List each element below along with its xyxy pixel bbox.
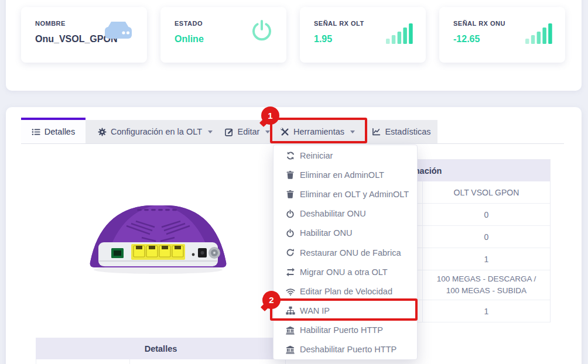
bank-icon (285, 345, 295, 354)
menu-item-wan-ip[interactable]: WAN IP (274, 301, 417, 321)
menu-item-label: Reiniciar (300, 151, 333, 160)
detalles-table: Detalles (36, 338, 286, 364)
menu-item-habilitar-onu[interactable]: Habilitar ONU (274, 224, 417, 243)
menu-item-label: Migrar ONU a otra OLT (300, 267, 388, 277)
tab-estadisticas[interactable]: Estadísticas (365, 120, 437, 143)
onu-device-image (81, 173, 235, 287)
menu-item-label: WAN IP (300, 306, 330, 315)
table-cell-value: 1 (423, 248, 550, 270)
menu-item-deshabilitar-onu[interactable]: Deshabilitar ONU (274, 204, 417, 224)
wifi-icon (285, 287, 295, 296)
stat-label: NOMBRE (35, 20, 66, 27)
stat-card-nombre: NOMBRE Onu_VSOL_GPON (21, 7, 147, 63)
menu-item-label: Deshabilitar Puerto HTTP (300, 345, 396, 354)
bank-icon (285, 326, 295, 335)
menu-item-editar-plan-de-velocidad[interactable]: Editar Plan de Velocidad (274, 281, 417, 301)
edit-icon (225, 128, 234, 136)
list-icon (32, 128, 40, 136)
rotate-icon (285, 248, 295, 257)
table-row (36, 359, 286, 364)
power-icon (285, 210, 295, 218)
table-cell-value: 0 (423, 204, 550, 226)
stat-label: SEÑAL RX ONU (453, 20, 505, 27)
menu-item-label: Eliminar en AdminOLT (300, 170, 384, 180)
menu-item-deshabilitar-puerto-http[interactable]: Deshabilitar Puerto HTTP (274, 340, 417, 359)
stat-card-estado: ESTADO Online (160, 7, 286, 63)
tab-label: Editar (238, 127, 260, 136)
tab-label: Detalles (45, 127, 75, 136)
menu-item-label: Eliminar en OLT y AdminOLT (300, 190, 409, 199)
tab-label: Estadísticas (385, 127, 430, 136)
menu-item-label: Habilitar Puerto HTTP (300, 325, 383, 335)
server-icon (102, 19, 134, 43)
menu-item-label: Deshabilitar ONU (300, 209, 366, 218)
tab-herramientas[interactable]: Herramientas (270, 120, 365, 143)
menu-item-habilitar-puerto-http[interactable]: Habilitar Puerto HTTP (274, 321, 417, 340)
menu-item-restaurar-onu-de-fabrica[interactable]: Restaurar ONU de Fabrica (274, 243, 417, 262)
signal-bars-icon (525, 22, 552, 46)
trash-icon (285, 170, 295, 179)
menu-item-label: Habilitar ONU (300, 228, 352, 238)
table-cell-value: 0 (423, 226, 550, 248)
stat-label: SEÑAL RX OLT (314, 20, 364, 27)
stat-value: Online (175, 34, 204, 44)
gear-icon (98, 128, 107, 136)
table-cell-value: 1 (423, 300, 550, 322)
chevron-down-icon (208, 131, 213, 133)
detalles-table-header: Detalles (36, 338, 286, 359)
stat-value: -12.65 (453, 34, 480, 44)
tab-label: Configuración en la OLT (111, 127, 202, 136)
tab-label: Herramientas (293, 127, 344, 136)
signal-bars-icon (386, 22, 413, 46)
stat-card-senal-rx-onu: SEÑAL RX ONU -12.65 (439, 7, 565, 63)
power-icon (250, 19, 274, 44)
chevron-down-icon (350, 131, 355, 133)
stat-card-senal-rx-olt: SEÑAL RX OLT 1.95 (300, 7, 426, 63)
herramientas-dropdown-menu: Reiniciar Eliminar en AdminOLT Eliminar … (273, 145, 418, 360)
stat-label: ESTADO (175, 20, 203, 27)
table-cell-value: 100 MEGAS - DESCARGA / 100 MEGAS - SUBID… (423, 270, 550, 300)
sitemap-icon (285, 306, 295, 315)
tab-bar: Detalles Configuración en la OLT Editar (21, 118, 564, 144)
tab-configuracion-olt[interactable]: Configuración en la OLT (86, 120, 225, 143)
power-icon (285, 229, 295, 238)
table-cell-value: OLT VSOL GPON (423, 181, 550, 204)
tab-detalles[interactable]: Detalles (21, 118, 86, 143)
menu-item-eliminar-adminolt[interactable]: Eliminar en AdminOLT (274, 165, 417, 184)
menu-item-label: Editar Plan de Velocidad (300, 287, 392, 296)
table-cell-label (36, 359, 130, 364)
menu-item-reiniciar[interactable]: Reiniciar (274, 146, 417, 165)
trash-icon (285, 190, 295, 198)
menu-item-migrar-onu-a-otra-olt[interactable]: Migrar ONU a otra OLT (274, 262, 417, 281)
chart-icon (372, 128, 381, 136)
stat-value: 1.95 (314, 34, 332, 44)
menu-item-eliminar-olt-y-adminolt[interactable]: Eliminar en OLT y AdminOLT (274, 184, 417, 204)
exchange-icon (285, 267, 295, 277)
menu-item-label: Restaurar ONU de Fabrica (300, 248, 401, 257)
step-badge-2: 2 (262, 291, 281, 309)
step-badge-1: 1 (261, 107, 279, 125)
table-cell-value (130, 359, 286, 364)
tools-icon (281, 128, 289, 136)
sync-icon (285, 151, 295, 160)
